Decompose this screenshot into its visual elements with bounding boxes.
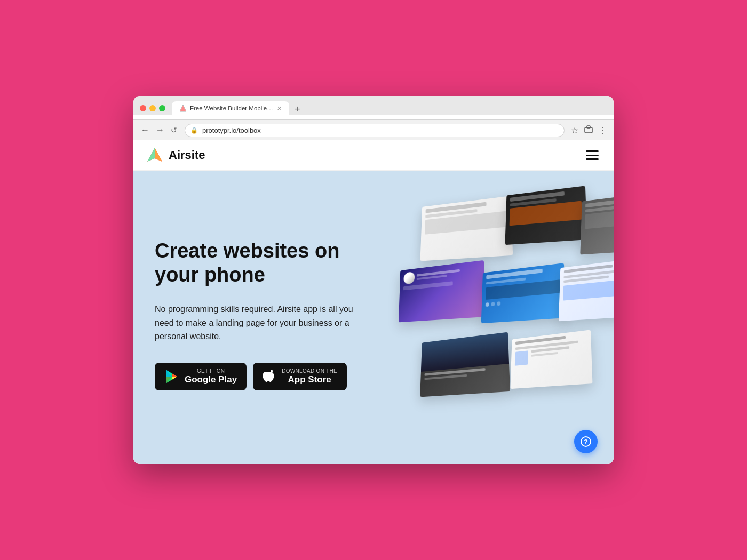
browser-chrome: Free Website Builder Mobile and... ✕ + <box>133 96 614 115</box>
mock-screen-5 <box>481 263 566 323</box>
site-brand-name: Airsite <box>169 148 205 162</box>
lock-icon: 🔒 <box>190 127 198 134</box>
fab-icon: ? <box>580 436 592 447</box>
address-field[interactable]: 🔒 prototypr.io/toolbox <box>185 124 565 137</box>
hamburger-line-1 <box>586 150 599 152</box>
extension-icon <box>584 124 593 134</box>
app-store-text: Download on the App Store <box>282 368 337 385</box>
traffic-lights <box>140 105 165 111</box>
hamburger-menu-button[interactable] <box>584 148 601 162</box>
google-play-large-text: Google Play <box>185 374 237 385</box>
svg-marker-11 <box>172 377 177 380</box>
site-logo: Airsite <box>146 147 205 164</box>
hamburger-line-3 <box>586 158 599 160</box>
fab-button[interactable]: ? <box>574 430 598 453</box>
mock-screen-8 <box>510 330 592 389</box>
browser-actions: ☆ ⋮ <box>570 123 608 137</box>
tab-title: Free Website Builder Mobile and... <box>190 105 274 111</box>
app-store-small-text: Download on the <box>282 368 337 374</box>
menu-button[interactable]: ⋮ <box>598 124 608 137</box>
extension-button[interactable] <box>583 123 594 137</box>
app-buttons: GET IT ON Google Play Download on the <box>155 363 374 390</box>
svg-text:?: ? <box>584 438 588 446</box>
svg-point-12 <box>271 370 273 373</box>
svg-marker-5 <box>155 148 162 162</box>
hero-title: Create websites on your phone <box>155 239 374 287</box>
reload-button[interactable]: ↺ <box>169 125 179 135</box>
svg-rect-3 <box>587 126 590 128</box>
airsite-logo-icon <box>146 147 163 164</box>
tab-close-button[interactable]: ✕ <box>277 105 282 112</box>
google-play-text: GET IT ON Google Play <box>185 368 237 385</box>
mock-screen-2 <box>505 186 587 245</box>
tab-favicon-icon <box>179 105 187 112</box>
app-store-button[interactable]: Download on the App Store <box>253 363 347 390</box>
google-play-small-text: GET IT ON <box>185 368 237 374</box>
app-store-large-text: App Store <box>282 374 337 385</box>
star-button[interactable]: ☆ <box>570 124 579 137</box>
address-bar-row: ← → ↺ 🔒 prototypr.io/toolbox ☆ ⋮ <box>133 119 614 140</box>
google-play-icon <box>164 369 179 384</box>
mock-screen-6 <box>559 258 614 321</box>
traffic-light-yellow[interactable] <box>149 105 156 111</box>
nav-buttons: ← → ↺ <box>139 125 179 135</box>
url-text: prototypr.io/toolbox <box>202 126 261 134</box>
back-button[interactable]: ← <box>139 125 152 135</box>
hero-content: Create websites on your phone No program… <box>155 239 374 390</box>
svg-marker-6 <box>147 148 155 162</box>
browser-window: Free Website Builder Mobile and... ✕ + ←… <box>133 96 614 464</box>
mock-screen-7 <box>420 332 510 397</box>
google-play-button[interactable]: GET IT ON Google Play <box>155 363 247 390</box>
hero-visual <box>374 184 614 451</box>
traffic-light-green[interactable] <box>159 105 165 111</box>
traffic-light-red[interactable] <box>140 105 146 111</box>
mock-screen-4 <box>399 260 486 323</box>
svg-marker-10 <box>172 373 177 377</box>
tab-bar: Free Website Builder Mobile and... ✕ + <box>172 101 607 115</box>
active-tab[interactable]: Free Website Builder Mobile and... ✕ <box>172 101 289 115</box>
new-tab-button[interactable]: + <box>290 105 305 114</box>
mock-screen-1 <box>420 196 513 261</box>
hero-section: Create websites on your phone No program… <box>133 171 614 464</box>
apple-icon <box>263 369 276 384</box>
forward-button[interactable]: → <box>154 125 166 135</box>
hero-description: No programming skills required. Airsite … <box>155 302 368 343</box>
site-navbar: Airsite <box>133 140 614 171</box>
title-bar: Free Website Builder Mobile and... ✕ + <box>140 101 607 115</box>
hamburger-line-2 <box>586 155 599 156</box>
website-content: Airsite Create websites on your phone No… <box>133 140 614 464</box>
